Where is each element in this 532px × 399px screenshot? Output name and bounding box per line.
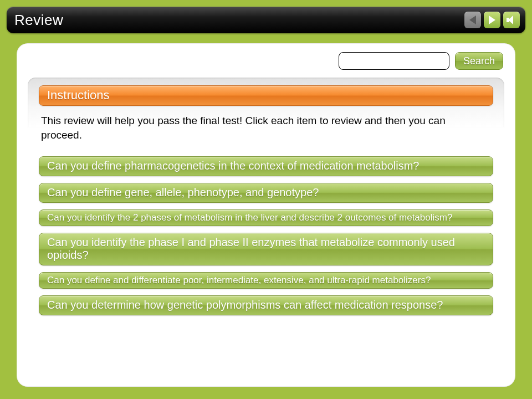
speaker-icon [507, 16, 516, 24]
search-button[interactable]: Search [455, 52, 503, 70]
search-row: Search [28, 52, 504, 70]
search-input[interactable] [339, 52, 449, 70]
review-item-4[interactable]: Can you define and differentiate poor, i… [39, 272, 493, 289]
review-item-0[interactable]: Can you define pharmacogenetics in the c… [39, 156, 493, 176]
audio-button[interactable] [503, 12, 520, 28]
triangle-right-icon [489, 16, 495, 24]
page-title: Review [14, 12, 462, 29]
instructions-body: This review will help you pass the final… [39, 112, 460, 142]
review-item-3[interactable]: Can you identify the phase I and phase I… [39, 233, 493, 265]
review-item-5[interactable]: Can you determine how genetic polymorphi… [39, 295, 493, 315]
content-panel: Search Instructions This review will hel… [17, 43, 515, 387]
review-item-2[interactable]: Can you identify the 2 phases of metabol… [39, 209, 493, 226]
review-item-1[interactable]: Can you define gene, allele, phenotype, … [39, 183, 493, 203]
prev-button [464, 12, 481, 28]
header-bar: Review [7, 7, 525, 33]
review-items-list: Can you define pharmacogenetics in the c… [39, 156, 493, 315]
inner-card: Instructions This review will help you p… [28, 78, 504, 315]
next-button[interactable] [484, 12, 500, 28]
instructions-heading: Instructions [39, 85, 493, 106]
triangle-left-icon [469, 16, 476, 24]
